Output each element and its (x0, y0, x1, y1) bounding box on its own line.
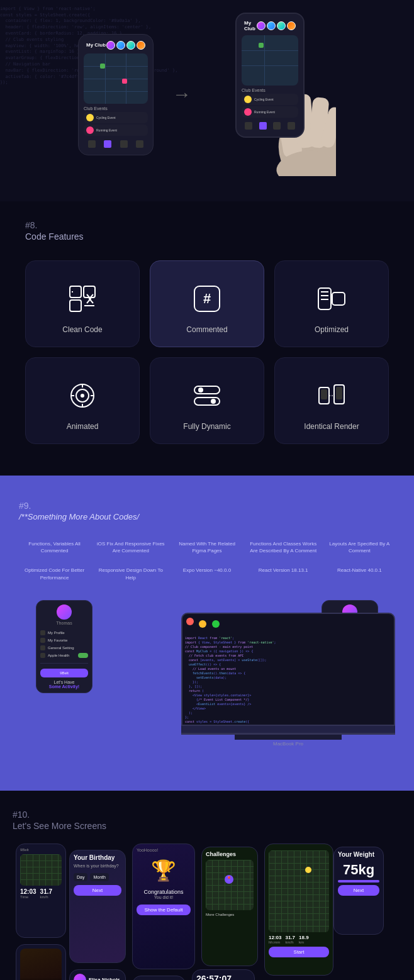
map-start-btn[interactable]: Start (269, 947, 329, 957)
congrats-show-default-btn[interactable]: Show the Default (137, 905, 191, 915)
menu-icon-health (40, 653, 45, 658)
weight-title: Your Weight (338, 851, 379, 858)
event-item-cycling-left: Cycling Event (84, 112, 148, 123)
ph-map-area (20, 854, 62, 886)
laptop-screen: import React from 'react'; import { View… (181, 613, 395, 726)
large-map-stats: 12:03 hh:mm 31.7 km/h 18.9 km (269, 935, 329, 944)
map-stat-2: 31.7 km/h (285, 935, 295, 944)
feature-icon-animated (64, 377, 101, 415)
map-stat-3: 18.9 km (299, 935, 309, 944)
laptop-code-display: import React from 'react'; import { View… (185, 632, 391, 726)
svg-rect-12 (332, 292, 345, 305)
birthday-month[interactable]: Month (90, 873, 108, 881)
nav-item-r4 (288, 122, 295, 130)
app-preview-container: My Club Club Events (13, 13, 401, 176)
avatar-r3 (277, 21, 286, 30)
birthday-question: When is your birthday? (74, 864, 121, 868)
phone-title-right: My Club (244, 20, 257, 31)
code-feature2-4: React Version 18.13.1 (248, 567, 319, 581)
trophy-icon: 🏆 (137, 859, 191, 883)
phone-fitness-left: 9Belt 12:03 Time 31.7 km/h (16, 844, 66, 938)
cta-belt-left[interactable]: 9Belt (40, 669, 88, 677)
phone-header-left: My Club (84, 40, 148, 51)
avatar-2 (116, 41, 125, 50)
menu-icon-general (40, 645, 45, 650)
nav-item-4 (136, 140, 143, 148)
feature-label-animated: Animated (67, 422, 99, 431)
phone-profile-elisa: Elisa Nichols 2.7 Run 45. Cycle Follow (69, 969, 126, 980)
side-phone-left: Thomas My Profile My Favorite General Se… (36, 600, 92, 693)
feature-card-animated: Animated (25, 357, 140, 444)
phone-nav-right (242, 120, 298, 131)
event-item-cycling-right: Cycling Event (242, 94, 298, 105)
phone-map-large-inner: 12:03 hh:mm 31.7 km/h 18.9 km Start (265, 844, 333, 961)
phone-challenges-map-inner: Challenges 📍 More Challenges (202, 847, 257, 920)
event-text-running-r: Running Event (254, 110, 275, 114)
more-screens-title: Let's See More Screens (13, 821, 401, 831)
code-feature-1: Functions, Variables All Commented (19, 540, 90, 554)
code-feature-4: Functions And Classes Works Are Describe… (248, 540, 319, 554)
section-more-codes: #9. /**Something More About Codes/ Funct… (0, 476, 414, 791)
toggle-apple-health[interactable] (78, 653, 88, 658)
challenges-more: More Challenges (206, 913, 254, 916)
nav-item-3 (120, 140, 128, 148)
big-time: 26:57:07 (196, 974, 250, 980)
event-dot-pink-r (244, 108, 252, 116)
event-text-cycling-r: Cycling Event (254, 97, 274, 101)
profile-header-elisa: Elisa Nichols (74, 974, 121, 980)
phone-9belt-menu-inner: Thomas My Profile My Favorite 9Belt Let'… (133, 976, 185, 980)
window-minimize-btn[interactable] (199, 620, 206, 628)
map-line-h2 (84, 79, 148, 79)
avatar-r1 (257, 21, 266, 30)
window-close-btn[interactable] (186, 618, 194, 625)
events-label-left: Club Events (84, 106, 148, 111)
map-val2: 18.9 (299, 935, 309, 940)
ph-map-grid (20, 854, 62, 886)
feature-icon-clean-code (64, 280, 101, 318)
ph-stat-2: 31.7 km/h (40, 888, 52, 899)
birthday-day[interactable]: Day (74, 873, 87, 881)
avatar-r2 (267, 21, 276, 30)
code-feature-5: Layouts Are Specified By A Comment (324, 540, 395, 554)
event-dot-yellow (86, 114, 94, 121)
menu-item-general-setting: General Setting (40, 644, 88, 652)
nav-item-r2-active (259, 122, 267, 130)
phone-map-large: 12:03 hh:mm 31.7 km/h 18.9 km Start (264, 844, 333, 976)
map-grid-right (242, 35, 298, 86)
menu-icon-favorite (40, 638, 45, 643)
map-val2-label: km (299, 940, 309, 944)
map-stat-1: 12:03 hh:mm (269, 935, 281, 944)
tagline-lets-have-left: Let's Have (54, 680, 75, 684)
nav-item-2-active (104, 140, 111, 148)
challenge-map-area: 📍 (206, 860, 254, 910)
nav-item-r3 (273, 122, 281, 130)
nav-item-1 (88, 140, 96, 148)
code-feature-2: iOS Fix And Responsive Fixes Are Comment… (95, 540, 166, 554)
more-codes-number: #9. (19, 501, 395, 511)
phone-mockup-left: My Club Club Events (78, 34, 154, 155)
features-grid: Clean Code # Commented (25, 260, 389, 444)
tagline-left: Let's Have Some Activity! (40, 680, 88, 689)
birthday-next-btn[interactable]: Next (74, 885, 121, 896)
svg-rect-28 (321, 389, 327, 399)
phone-map-left (84, 53, 148, 104)
window-maximize-btn[interactable] (212, 620, 220, 628)
avatar-4 (137, 41, 145, 50)
event-item-running-right: Running Event (242, 106, 298, 118)
feature-card-fully-dynamic: Fully Dynamic (150, 357, 264, 444)
svg-rect-8 (70, 300, 81, 311)
event-text-cycling: Cycling Event (96, 116, 116, 120)
menu-icon-profile (40, 630, 45, 635)
code-features-grid: Functions, Variables All Commented iOS F… (19, 540, 395, 554)
birthday-title: Your Birthday (74, 854, 121, 861)
menu-label-apple-health: Apple Health (48, 654, 69, 657)
side-phone-left-header: Thomas (40, 604, 88, 625)
feature-label-clean-code: Clean Code (62, 325, 102, 334)
divider-left-phone (40, 663, 88, 664)
feature-icon-commented: # (188, 280, 226, 318)
avatar-name-left: Thomas (40, 621, 88, 625)
weight-next-btn[interactable]: Next (338, 885, 379, 896)
feature-card-commented: # Commented (150, 260, 264, 347)
avatar-1 (106, 41, 115, 50)
feature-label-commented: Commented (186, 325, 227, 334)
